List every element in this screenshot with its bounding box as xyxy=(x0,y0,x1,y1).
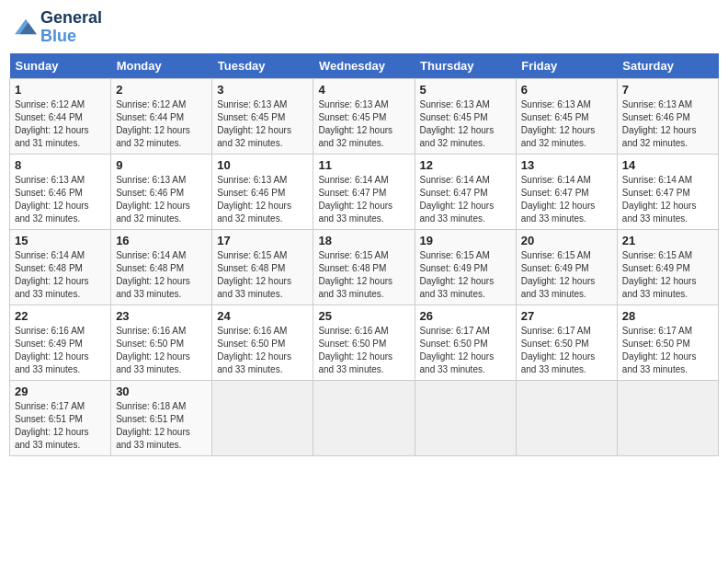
calendar-cell xyxy=(516,380,617,455)
day-number: 22 xyxy=(15,309,106,323)
day-info: Sunrise: 6:17 AMSunset: 6:50 PMDaylight:… xyxy=(521,326,596,374)
day-info: Sunrise: 6:17 AMSunset: 6:50 PMDaylight:… xyxy=(420,326,495,374)
calendar-body: 1 Sunrise: 6:12 AMSunset: 6:44 PMDayligh… xyxy=(10,78,719,455)
calendar-week-3: 15 Sunrise: 6:14 AMSunset: 6:48 PMDaylig… xyxy=(10,229,719,304)
day-number: 1 xyxy=(15,83,106,97)
day-info: Sunrise: 6:15 AMSunset: 6:49 PMDaylight:… xyxy=(521,250,596,299)
day-number: 3 xyxy=(217,83,308,97)
calendar-cell: 26 Sunrise: 6:17 AMSunset: 6:50 PMDaylig… xyxy=(415,304,516,380)
day-number: 7 xyxy=(622,83,713,97)
day-info: Sunrise: 6:18 AMSunset: 6:51 PMDaylight:… xyxy=(116,401,190,450)
calendar-week-2: 8 Sunrise: 6:13 AMSunset: 6:46 PMDayligh… xyxy=(10,154,719,229)
day-number: 4 xyxy=(318,83,409,97)
day-number: 16 xyxy=(116,234,207,247)
day-info: Sunrise: 6:13 AMSunset: 6:46 PMDaylight:… xyxy=(15,175,89,224)
day-info: Sunrise: 6:14 AMSunset: 6:48 PMDaylight:… xyxy=(15,250,89,299)
day-info: Sunrise: 6:15 AMSunset: 6:49 PMDaylight:… xyxy=(420,250,495,299)
calendar-cell: 22 Sunrise: 6:16 AMSunset: 6:49 PMDaylig… xyxy=(10,304,111,380)
calendar-cell: 30 Sunrise: 6:18 AMSunset: 6:51 PMDaylig… xyxy=(111,380,212,455)
calendar-cell: 2 Sunrise: 6:12 AMSunset: 6:44 PMDayligh… xyxy=(111,78,212,154)
logo: General Blue xyxy=(13,9,102,46)
calendar-cell: 16 Sunrise: 6:14 AMSunset: 6:48 PMDaylig… xyxy=(111,229,212,304)
calendar-cell: 8 Sunrise: 6:13 AMSunset: 6:46 PMDayligh… xyxy=(10,154,111,229)
calendar-cell xyxy=(617,380,718,455)
calendar-cell: 17 Sunrise: 6:15 AMSunset: 6:48 PMDaylig… xyxy=(212,229,313,304)
day-number: 5 xyxy=(420,83,511,97)
day-number: 19 xyxy=(420,234,511,247)
calendar-cell: 20 Sunrise: 6:15 AMSunset: 6:49 PMDaylig… xyxy=(516,229,617,304)
day-info: Sunrise: 6:13 AMSunset: 6:45 PMDaylight:… xyxy=(420,99,495,148)
calendar-cell: 27 Sunrise: 6:17 AMSunset: 6:50 PMDaylig… xyxy=(516,304,617,380)
day-info: Sunrise: 6:17 AMSunset: 6:51 PMDaylight:… xyxy=(15,401,89,450)
calendar-cell: 15 Sunrise: 6:14 AMSunset: 6:48 PMDaylig… xyxy=(10,229,111,304)
calendar-cell xyxy=(212,380,313,455)
day-number: 11 xyxy=(318,158,409,172)
day-number: 2 xyxy=(116,83,207,97)
day-info: Sunrise: 6:13 AMSunset: 6:45 PMDaylight:… xyxy=(318,99,392,148)
day-number: 15 xyxy=(15,234,106,247)
logo-text: General Blue xyxy=(40,9,102,46)
day-number: 21 xyxy=(622,234,713,247)
day-info: Sunrise: 6:15 AMSunset: 6:48 PMDaylight:… xyxy=(217,250,291,299)
day-info: Sunrise: 6:17 AMSunset: 6:50 PMDaylight:… xyxy=(622,326,697,374)
day-info: Sunrise: 6:12 AMSunset: 6:44 PMDaylight:… xyxy=(116,99,190,148)
day-number: 29 xyxy=(15,385,106,398)
calendar-cell: 10 Sunrise: 6:13 AMSunset: 6:46 PMDaylig… xyxy=(212,154,313,229)
calendar-cell: 19 Sunrise: 6:15 AMSunset: 6:49 PMDaylig… xyxy=(415,229,516,304)
calendar-week-1: 1 Sunrise: 6:12 AMSunset: 6:44 PMDayligh… xyxy=(10,78,719,154)
calendar-cell: 5 Sunrise: 6:13 AMSunset: 6:45 PMDayligh… xyxy=(415,78,516,154)
calendar-cell: 13 Sunrise: 6:14 AMSunset: 6:47 PMDaylig… xyxy=(516,154,617,229)
day-number: 25 xyxy=(318,309,409,323)
day-number: 23 xyxy=(116,309,207,323)
column-header-thursday: Thursday xyxy=(415,53,516,79)
calendar-cell: 6 Sunrise: 6:13 AMSunset: 6:45 PMDayligh… xyxy=(516,78,617,154)
column-header-sunday: Sunday xyxy=(10,53,111,79)
calendar-table: SundayMondayTuesdayWednesdayThursdayFrid… xyxy=(9,53,719,456)
calendar-cell: 14 Sunrise: 6:14 AMSunset: 6:47 PMDaylig… xyxy=(617,154,718,229)
day-info: Sunrise: 6:15 AMSunset: 6:49 PMDaylight:… xyxy=(622,250,697,299)
day-number: 9 xyxy=(116,158,207,172)
calendar-cell: 7 Sunrise: 6:13 AMSunset: 6:46 PMDayligh… xyxy=(617,78,718,154)
calendar-cell: 18 Sunrise: 6:15 AMSunset: 6:48 PMDaylig… xyxy=(313,229,415,304)
calendar-week-4: 22 Sunrise: 6:16 AMSunset: 6:49 PMDaylig… xyxy=(10,304,719,380)
day-number: 17 xyxy=(217,234,308,247)
day-info: Sunrise: 6:16 AMSunset: 6:49 PMDaylight:… xyxy=(15,326,89,374)
calendar-cell: 25 Sunrise: 6:16 AMSunset: 6:50 PMDaylig… xyxy=(313,304,415,380)
calendar-cell: 29 Sunrise: 6:17 AMSunset: 6:51 PMDaylig… xyxy=(10,380,111,455)
day-number: 18 xyxy=(318,234,409,247)
day-info: Sunrise: 6:14 AMSunset: 6:47 PMDaylight:… xyxy=(622,175,697,224)
calendar-cell: 9 Sunrise: 6:13 AMSunset: 6:46 PMDayligh… xyxy=(111,154,212,229)
day-info: Sunrise: 6:13 AMSunset: 6:46 PMDaylight:… xyxy=(622,99,697,148)
day-info: Sunrise: 6:14 AMSunset: 6:47 PMDaylight:… xyxy=(318,175,392,224)
logo-icon xyxy=(13,17,39,38)
calendar-cell: 3 Sunrise: 6:13 AMSunset: 6:45 PMDayligh… xyxy=(212,78,313,154)
column-header-tuesday: Tuesday xyxy=(212,53,313,79)
calendar-cell xyxy=(415,380,516,455)
calendar-cell: 21 Sunrise: 6:15 AMSunset: 6:49 PMDaylig… xyxy=(617,229,718,304)
calendar-cell: 1 Sunrise: 6:12 AMSunset: 6:44 PMDayligh… xyxy=(10,78,111,154)
calendar-cell xyxy=(313,380,415,455)
calendar-cell: 28 Sunrise: 6:17 AMSunset: 6:50 PMDaylig… xyxy=(617,304,718,380)
day-number: 8 xyxy=(15,158,106,172)
calendar-cell: 23 Sunrise: 6:16 AMSunset: 6:50 PMDaylig… xyxy=(111,304,212,380)
day-number: 12 xyxy=(420,158,511,172)
day-number: 13 xyxy=(521,158,612,172)
day-number: 24 xyxy=(217,309,308,323)
day-info: Sunrise: 6:14 AMSunset: 6:47 PMDaylight:… xyxy=(420,175,495,224)
day-info: Sunrise: 6:16 AMSunset: 6:50 PMDaylight:… xyxy=(318,326,392,374)
page-header: General Blue xyxy=(9,9,719,46)
column-header-saturday: Saturday xyxy=(617,53,718,79)
day-info: Sunrise: 6:13 AMSunset: 6:45 PMDaylight:… xyxy=(521,99,596,148)
day-info: Sunrise: 6:14 AMSunset: 6:47 PMDaylight:… xyxy=(521,175,596,224)
column-header-friday: Friday xyxy=(516,53,617,79)
day-info: Sunrise: 6:13 AMSunset: 6:46 PMDaylight:… xyxy=(217,175,291,224)
column-header-wednesday: Wednesday xyxy=(313,53,415,79)
calendar-header: SundayMondayTuesdayWednesdayThursdayFrid… xyxy=(10,53,719,79)
day-info: Sunrise: 6:13 AMSunset: 6:45 PMDaylight:… xyxy=(217,99,291,148)
calendar-cell: 4 Sunrise: 6:13 AMSunset: 6:45 PMDayligh… xyxy=(313,78,415,154)
column-header-monday: Monday xyxy=(111,53,212,79)
calendar-week-5: 29 Sunrise: 6:17 AMSunset: 6:51 PMDaylig… xyxy=(10,380,719,455)
calendar-cell: 24 Sunrise: 6:16 AMSunset: 6:50 PMDaylig… xyxy=(212,304,313,380)
day-number: 6 xyxy=(521,83,612,97)
day-info: Sunrise: 6:13 AMSunset: 6:46 PMDaylight:… xyxy=(116,175,190,224)
